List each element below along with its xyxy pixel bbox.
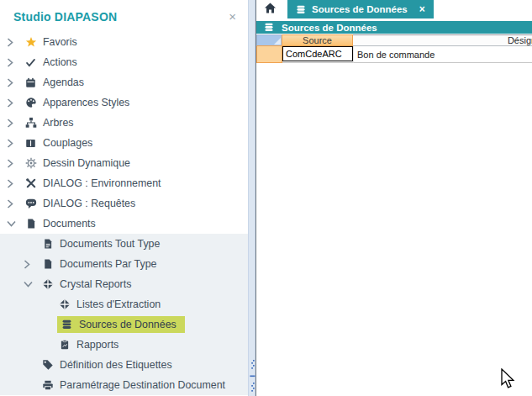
sidebar-item-label: Sources de Données bbox=[79, 319, 176, 330]
cell-designation[interactable]: Bon de commande bbox=[353, 46, 532, 63]
sidebar-item-parametrage-destination[interactable]: Paramétrage Destination Document bbox=[0, 375, 248, 395]
chevron-right-icon[interactable] bbox=[7, 119, 24, 128]
document-icon bbox=[40, 258, 55, 270]
grid-header-row: Source Désignation bbox=[256, 34, 532, 46]
chevron-right-icon[interactable] bbox=[7, 199, 24, 209]
chevron-right-icon[interactable] bbox=[7, 139, 24, 148]
data-grid: Source Désignation ComCdeARC Bon de comm… bbox=[256, 34, 532, 63]
printer-icon bbox=[40, 380, 55, 391]
tab-bar: Sources de Données × bbox=[256, 0, 532, 18]
close-icon[interactable]: × bbox=[229, 10, 236, 23]
sidebar-item-listes-extraction[interactable]: Listes d'Extraction bbox=[0, 294, 248, 314]
tab-label: Sources de Données bbox=[312, 4, 408, 14]
star-icon bbox=[24, 36, 38, 48]
column-header-designation[interactable]: Désignation bbox=[353, 34, 532, 46]
chevron-right-icon[interactable] bbox=[7, 179, 24, 188]
sidebar-item-label: DIALOG : Requêtes bbox=[43, 198, 135, 209]
sidebar-item-label: Documents bbox=[43, 218, 96, 230]
panel-title: Sources de Données bbox=[282, 23, 377, 33]
column-header-label: Source bbox=[303, 35, 332, 45]
panel-header: Sources de Données bbox=[256, 21, 532, 34]
sidebar-item-label: DIALOG : Environnement bbox=[43, 177, 161, 189]
document-icon bbox=[24, 218, 38, 230]
sidebar-item-label: Dessin Dynamique bbox=[43, 157, 130, 169]
sidebar-item-label: Listes d'Extraction bbox=[76, 298, 161, 310]
columns-icon bbox=[24, 138, 38, 149]
sidebar-item-couplages[interactable]: Couplages bbox=[0, 133, 248, 153]
tab-sources-de-donnees[interactable]: Sources de Données × bbox=[287, 0, 434, 18]
sidebar-item-label: Couplages bbox=[43, 137, 92, 149]
column-header-label: Désignation bbox=[508, 35, 532, 45]
sidebar-item-label: Documents Tout Type bbox=[60, 238, 160, 250]
sidebar: Studio DIAPASON × Favoris Actions Agenda… bbox=[0, 0, 248, 396]
app-title: Studio DIAPASON bbox=[13, 10, 117, 24]
table-row: ComCdeARC Bon de commande bbox=[256, 46, 532, 63]
sidebar-splitter[interactable] bbox=[248, 0, 255, 396]
sidebar-item-documents-par-type[interactable]: Documents Par Type bbox=[0, 254, 248, 274]
gear-icon bbox=[24, 157, 38, 169]
main-area: Sources de Données × Sources de Données … bbox=[255, 0, 532, 396]
selected-item-highlight[interactable]: Sources de Données bbox=[57, 316, 185, 333]
sidebar-item-rapports[interactable]: Rapports bbox=[0, 335, 248, 355]
sidebar-item-definition-etiquettes[interactable]: Définition des Etiquettes bbox=[0, 355, 248, 375]
sidebar-tree: Favoris Actions Agendas Apparences Style… bbox=[0, 32, 248, 395]
sidebar-item-documents[interactable]: Documents bbox=[0, 214, 248, 234]
column-header-source[interactable]: Source bbox=[282, 34, 353, 46]
sidebar-item-documents-tout-type[interactable]: Documents Tout Type bbox=[0, 234, 248, 254]
sidebar-item-label: Documents Par Type bbox=[60, 258, 156, 270]
mouse-cursor bbox=[501, 368, 515, 393]
database-icon bbox=[296, 4, 306, 15]
database-icon bbox=[264, 22, 274, 33]
sidebar-item-sources-de-donnees[interactable]: Sources de Données bbox=[0, 314, 248, 335]
chevron-right-icon[interactable] bbox=[24, 260, 40, 269]
sidebar-item-arbres[interactable]: Arbres bbox=[0, 113, 248, 133]
sidebar-item-label: Apparences Styles bbox=[43, 97, 129, 108]
chevron-right-icon[interactable] bbox=[7, 58, 24, 67]
chevron-down-icon[interactable] bbox=[24, 281, 40, 288]
report-icon bbox=[57, 339, 71, 351]
check-icon bbox=[24, 57, 38, 68]
sidebar-header: Studio DIAPASON × bbox=[0, 0, 248, 25]
splitter-grip-icon bbox=[250, 360, 255, 396]
chevron-right-icon[interactable] bbox=[7, 78, 24, 87]
sidebar-item-label: Favoris bbox=[43, 36, 77, 48]
sidebar-item-dialog-requetes[interactable]: DIALOG : Requêtes bbox=[0, 193, 248, 214]
tab-close-icon[interactable]: × bbox=[419, 3, 425, 15]
chat-bubble-icon bbox=[24, 198, 38, 209]
chevron-down-icon[interactable] bbox=[7, 220, 24, 227]
tag-icon bbox=[40, 359, 55, 371]
chevron-right-icon[interactable] bbox=[7, 98, 24, 108]
calendar-icon bbox=[24, 77, 38, 88]
source-edit-field[interactable]: ComCdeARC bbox=[282, 46, 353, 61]
sidebar-item-actions[interactable]: Actions bbox=[0, 52, 248, 72]
document-lines-icon bbox=[40, 238, 55, 250]
cell-source: ComCdeARC bbox=[282, 46, 353, 63]
sidebar-item-label: Rapports bbox=[76, 339, 119, 351]
database-icon bbox=[60, 319, 74, 330]
sidebar-item-agendas[interactable]: Agendas bbox=[0, 72, 248, 92]
tab-home[interactable] bbox=[256, 0, 284, 18]
crystal-reports-icon bbox=[40, 278, 55, 290]
row-header[interactable] bbox=[256, 46, 282, 63]
grid-select-all-corner[interactable] bbox=[256, 34, 282, 46]
crystal-reports-icon bbox=[57, 298, 71, 310]
tools-icon bbox=[24, 177, 38, 189]
application-window: Studio DIAPASON × Favoris Actions Agenda… bbox=[0, 0, 532, 396]
sidebar-item-crystal-reports[interactable]: Crystal Reports bbox=[0, 274, 248, 294]
chevron-right-icon[interactable] bbox=[7, 38, 24, 47]
sidebar-item-dialog-environnement[interactable]: DIALOG : Environnement bbox=[0, 173, 248, 193]
sidebar-item-label: Actions bbox=[43, 56, 77, 68]
home-icon bbox=[264, 2, 277, 18]
sidebar-item-favoris[interactable]: Favoris bbox=[0, 32, 248, 52]
sidebar-item-apparences-styles[interactable]: Apparences Styles bbox=[0, 92, 248, 113]
sidebar-item-label: Paramétrage Destination Document bbox=[60, 379, 225, 391]
hierarchy-icon bbox=[24, 117, 38, 129]
sidebar-item-label: Crystal Reports bbox=[60, 278, 131, 290]
sidebar-item-label: Arbres bbox=[43, 117, 74, 129]
palette-icon bbox=[24, 97, 38, 108]
sidebar-item-label: Agendas bbox=[43, 77, 84, 88]
sidebar-item-label: Définition des Etiquettes bbox=[60, 359, 172, 371]
sidebar-item-dessin-dynamique[interactable]: Dessin Dynamique bbox=[0, 153, 248, 173]
chevron-right-icon[interactable] bbox=[7, 159, 24, 168]
